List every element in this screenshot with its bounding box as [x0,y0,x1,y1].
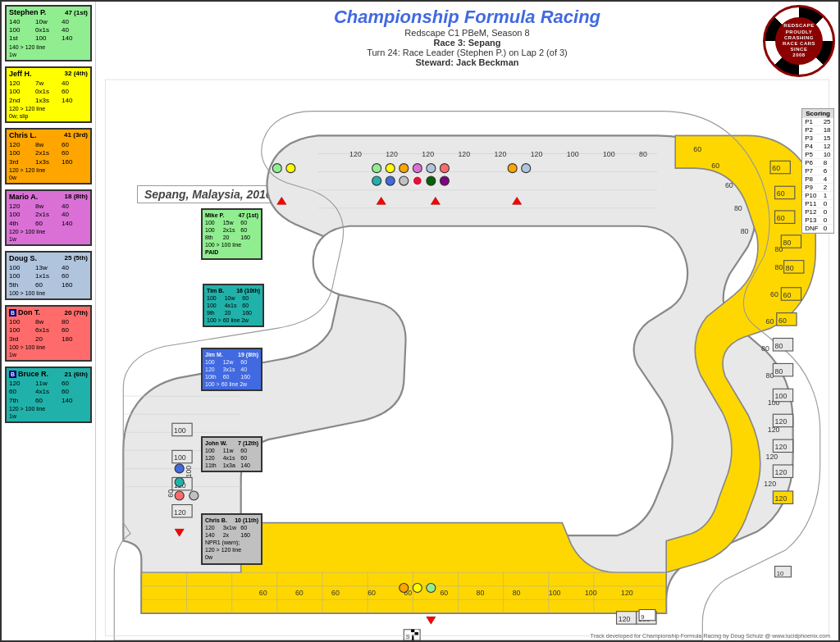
svg-text:120: 120 [619,615,631,623]
svg-text:120: 120 [764,480,776,488]
track-card-jimm: Jim M. 19 (8th) 10012w60 1203x1s40 10th6… [201,348,262,391]
svg-text:S: S [405,633,409,640]
svg-text:60: 60 [368,589,376,597]
svg-point-119 [272,164,281,173]
track-card-mikep: Mike P. 47 (1st) 10015w60 1002x1s60 8th2… [201,208,262,260]
svg-text:80: 80 [761,344,769,353]
subtitle-1: Redscape C1 PBeM, Season 8 [96,28,838,38]
table-row: P218 [802,126,833,134]
svg-text:60: 60 [440,589,448,597]
page-title: Championship Formula Racing [96,7,838,28]
player-position-stephen: 47 (1st) [65,9,88,17]
svg-text:60: 60 [770,290,778,298]
scoring-title: Scoring [802,109,833,118]
table-row: P68 [802,159,833,167]
left-sidebar: Stephen P. 47 (1st) 14010w40 1000x1s40 1… [2,2,96,640]
svg-point-112 [440,164,449,173]
player-card-don: BDon T. 20 (7th) 1008w80 1006x1s60 3rd20… [5,305,92,362]
svg-text:120: 120 [775,443,788,451]
subtitle-2: Race 3: Sepang [96,38,838,48]
svg-point-120 [286,164,295,173]
main-container: Stephen P. 47 (1st) 14010w40 1000x1s40 1… [0,0,840,642]
table-row: P101 [802,192,833,200]
track-card-chrisb: Chris B. 10 (11th) 1203x1w60 1402x160 NP… [201,513,262,565]
svg-point-115 [399,176,409,185]
player-note-stephen: 140 > 120 line [9,43,88,51]
svg-text:120: 120 [458,150,470,158]
svg-text:120: 120 [495,150,507,158]
logo-circle: REDSCAPE PROUDLY CRASHING RACE CARS SINC… [763,5,835,77]
svg-text:60: 60 [725,181,733,189]
player-card-bruce: BBruce R. 21 (6th) 12011w60 604x1s60 7th… [5,367,92,423]
table-row: P510 [802,151,833,159]
table-row: P120 [802,208,833,216]
svg-point-121 [508,164,517,173]
svg-text:120: 120 [386,150,398,158]
svg-point-110 [413,164,422,173]
svg-point-124 [175,477,184,486]
svg-point-125 [175,464,184,473]
table-row: DNF0 [802,225,833,233]
svg-text:120: 120 [531,150,543,158]
svg-point-126 [189,491,199,500]
svg-text:10: 10 [777,570,784,577]
player-card-chrisl: Chris L. 41 (3rd) 1208w60 1002x1s60 3rd1… [5,128,92,184]
svg-text:60: 60 [772,164,780,172]
player-card-doug: Doug S. 25 (5th) 10013w40 1001x1s60 5th6… [5,251,92,300]
svg-point-118 [440,176,449,185]
table-row: P315 [802,134,833,143]
footer-text: Track developed for Championship Formula… [591,633,830,639]
svg-text:100: 100 [585,589,597,597]
svg-text:80: 80 [734,204,742,212]
svg-point-108 [386,164,395,173]
svg-text:100: 100 [567,150,579,158]
svg-point-116 [413,176,422,185]
logo: REDSCAPE PROUDLY CRASHING RACE CARS SINC… [763,5,835,77]
svg-text:80: 80 [775,263,783,271]
svg-text:120: 120 [621,589,633,597]
svg-text:60: 60 [777,214,785,222]
svg-text:120: 120 [775,494,788,503]
svg-text:120: 120 [174,508,186,517]
svg-text:100: 100 [603,150,615,158]
svg-text:60: 60 [711,162,719,170]
svg-point-127 [427,584,436,593]
header: Championship Formula Racing Redscape C1 … [96,2,838,71]
track-card-timb: Tim B. 16 (10th) 10010w60 1004x1s60 9th2… [203,284,264,327]
svg-point-123 [175,491,184,500]
svg-point-117 [427,176,436,185]
svg-point-111 [427,164,436,173]
player-card-jeff: Jeff H. 32 (4th) 1207w40 1000x1s60 2nd1x… [5,66,92,123]
svg-point-114 [386,176,395,185]
svg-rect-140 [415,632,418,635]
svg-text:100: 100 [174,426,186,435]
svg-text:80: 80 [477,589,485,597]
svg-point-113 [372,176,381,185]
table-row: P412 [802,143,833,151]
scoring-table: P125 P218 P315 P412 P510 P68 P76 P84 P92… [802,118,833,233]
player-card-mario: Mario A. 18 (8th) 1208w40 1002x1s40 4th6… [5,189,92,246]
svg-text:60: 60 [783,291,792,299]
table-row: P84 [802,175,833,184]
svg-text:100: 100 [549,589,561,597]
svg-text:80: 80 [775,367,783,376]
svg-text:60: 60 [766,317,774,326]
svg-text:100: 100 [775,392,788,400]
svg-text:100: 100 [174,453,186,462]
svg-text:120: 120 [775,468,788,476]
svg-text:80: 80 [775,342,783,350]
svg-text:60: 60 [693,145,701,153]
svg-point-109 [399,164,409,173]
table-row: P92 [802,184,833,192]
svg-rect-138 [415,630,418,632]
svg-text:80: 80 [513,589,521,597]
svg-point-107 [372,164,381,173]
scoring-panel: Scoring P125 P218 P315 P412 P510 P68 P76… [801,108,834,234]
svg-text:120: 120 [775,417,788,426]
svg-text:60: 60 [259,589,267,597]
svg-text:60: 60 [295,589,304,597]
svg-text:60: 60 [331,589,340,597]
start-finish [411,630,418,635]
subtitle-3: Turn 24: Race Leader (Stephen P.) on Lap… [96,48,838,57]
track-area: Sepang, Malaysia, 2016 [96,71,838,640]
